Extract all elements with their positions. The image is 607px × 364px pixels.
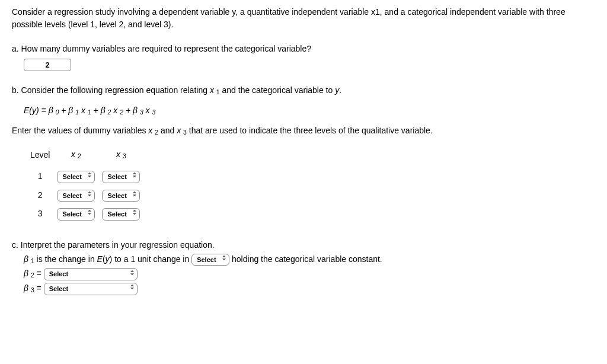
select-x2-level3[interactable]: Select xyxy=(57,208,95,221)
select-x3-level1[interactable]: Select xyxy=(102,171,140,183)
part-a: a. How many dummy variables are required… xyxy=(12,43,595,71)
col-header-x2: x 2 xyxy=(56,148,95,165)
dummy-variable-table: Level x 2 x 3 1 Select Select 2 Select S… xyxy=(24,143,146,225)
level-cell: 1 xyxy=(30,170,50,184)
select-x2-level1[interactable]: Select xyxy=(57,171,95,183)
part-a-prompt: a. How many dummy variables are required… xyxy=(12,43,595,55)
intro-text: Consider a regression study involving a … xyxy=(12,6,595,31)
part-a-answer-input[interactable] xyxy=(24,59,71,71)
col-header-x3: x 3 xyxy=(101,148,140,165)
table-row: 1 Select Select xyxy=(30,170,140,184)
select-x3-level3[interactable]: Select xyxy=(102,208,140,221)
part-c: c. Interpret the parameters in your regr… xyxy=(12,239,595,295)
intro-content: Consider a regression study involving a … xyxy=(12,7,566,29)
level-cell: 3 xyxy=(30,207,50,221)
select-beta2-interpretation[interactable]: Select xyxy=(44,268,138,280)
regression-equation: E(y) = β 0 + β 1 x 1 + β 2 x 2 + β 3 x 3 xyxy=(24,104,595,117)
select-beta3-interpretation[interactable]: Select xyxy=(44,283,138,295)
select-x3-level2[interactable]: Select xyxy=(102,190,140,202)
table-row: 3 Select Select xyxy=(30,207,140,221)
table-row: 2 Select Select xyxy=(30,189,140,203)
part-b-prompt2: Enter the values of dummy variables x 2 … xyxy=(12,124,595,138)
beta2-line: β 2 = Select xyxy=(24,267,595,280)
select-beta1-variable[interactable]: Select xyxy=(191,254,229,266)
part-b-prompt1: b. Consider the following regression equ… xyxy=(12,84,595,97)
beta3-line: β 3 = Select xyxy=(24,282,595,295)
part-b: b. Consider the following regression equ… xyxy=(12,84,595,226)
select-x2-level2[interactable]: Select xyxy=(57,190,95,202)
part-c-prompt: c. Interpret the parameters in your regr… xyxy=(12,239,595,251)
beta1-post: holding the categorical variable constan… xyxy=(232,254,382,264)
level-cell: 2 xyxy=(30,189,50,203)
beta1-line: β 1 is the change in E(y) to a 1 unit ch… xyxy=(24,253,595,266)
col-header-level: Level xyxy=(30,148,50,165)
